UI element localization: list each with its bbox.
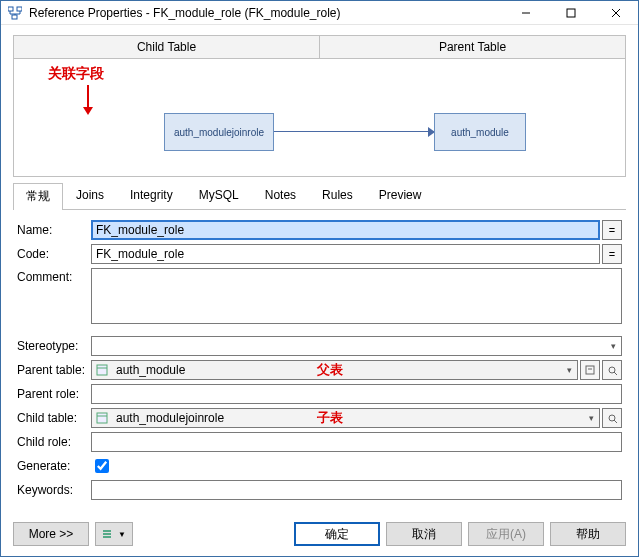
minimize-button[interactable] <box>503 1 548 24</box>
code-input[interactable] <box>91 244 600 264</box>
name-eq-button[interactable]: = <box>602 220 622 240</box>
tab-preview[interactable]: Preview <box>366 183 435 210</box>
ok-button[interactable]: 确定 <box>294 522 380 546</box>
table-split-header: Child Table Parent Table <box>13 35 626 59</box>
childrole-input[interactable] <box>91 432 622 452</box>
code-eq-button[interactable]: = <box>602 244 622 264</box>
tabs: 常规 Joins Integrity MySQL Notes Rules Pre… <box>13 183 626 210</box>
keywords-label: Keywords: <box>17 483 91 497</box>
tab-integrity[interactable]: Integrity <box>117 183 186 210</box>
svg-rect-19 <box>103 530 111 532</box>
stereotype-combo[interactable]: ▾ <box>91 336 622 356</box>
help-button[interactable]: 帮助 <box>550 522 626 546</box>
entity-child[interactable]: auth_modulejoinrole <box>164 113 274 151</box>
app-icon <box>7 5 23 21</box>
table-icon <box>92 409 112 427</box>
close-button[interactable] <box>593 1 638 24</box>
chevron-down-icon: ▾ <box>561 361 577 379</box>
svg-rect-1 <box>17 7 22 11</box>
parenttable-props-button[interactable] <box>602 360 622 380</box>
svg-rect-15 <box>97 413 107 423</box>
annotation-text: 关联字段 <box>48 65 104 83</box>
tab-rules[interactable]: Rules <box>309 183 366 210</box>
relation-line <box>274 131 434 132</box>
titlebar: Reference Properties - FK_module_role (F… <box>1 1 638 25</box>
keywords-input[interactable] <box>91 480 622 500</box>
svg-rect-4 <box>567 9 575 17</box>
entity-parent[interactable]: auth_module <box>434 113 526 151</box>
window-title: Reference Properties - FK_module_role (F… <box>29 6 503 20</box>
name-label: Name: <box>17 223 91 237</box>
parenttable-label: Parent table: <box>17 363 91 377</box>
svg-rect-11 <box>586 366 594 374</box>
childtable-props-button[interactable] <box>602 408 622 428</box>
tab-general[interactable]: 常规 <box>13 183 63 210</box>
parentrole-label: Parent role: <box>17 387 91 401</box>
name-input[interactable] <box>91 220 600 240</box>
annotation-arrow-icon <box>78 83 98 117</box>
footer: More >> ▼ 确定 取消 应用(A) 帮助 <box>1 514 638 556</box>
comment-label: Comment: <box>17 268 91 324</box>
child-table-button[interactable]: Child Table <box>14 36 320 58</box>
window: Reference Properties - FK_module_role (F… <box>0 0 639 557</box>
menu-icon <box>102 528 114 540</box>
svg-rect-20 <box>103 533 111 535</box>
tab-mysql[interactable]: MySQL <box>186 183 252 210</box>
stereotype-value <box>92 337 605 355</box>
chevron-down-icon: ▾ <box>605 337 621 355</box>
generate-checkbox[interactable] <box>95 459 109 473</box>
svg-line-14 <box>614 372 617 375</box>
svg-rect-0 <box>8 7 13 11</box>
childtable-value: auth_modulejoinrole <box>112 409 583 427</box>
svg-line-18 <box>614 420 617 423</box>
childtable-combo[interactable]: auth_modulejoinrole ▾ <box>91 408 600 428</box>
chevron-down-icon: ▾ <box>583 409 599 427</box>
parenttable-browse-button[interactable] <box>580 360 600 380</box>
childtable-label: Child table: <box>17 411 91 425</box>
parentrole-input[interactable] <box>91 384 622 404</box>
cancel-button[interactable]: 取消 <box>386 522 462 546</box>
chevron-down-icon: ▼ <box>118 530 126 539</box>
more-button[interactable]: More >> <box>13 522 89 546</box>
svg-marker-8 <box>83 107 93 115</box>
svg-rect-21 <box>103 536 111 538</box>
svg-rect-9 <box>97 365 107 375</box>
tab-joins[interactable]: Joins <box>63 183 117 210</box>
maximize-button[interactable] <box>548 1 593 24</box>
parent-hint: 父表 <box>317 361 343 379</box>
comment-input[interactable] <box>91 268 622 324</box>
generate-label: Generate: <box>17 459 91 473</box>
window-buttons <box>503 1 638 24</box>
diagram-area: 关联字段 auth_modulejoinrole auth_module <box>13 59 626 177</box>
apply-button[interactable]: 应用(A) <box>468 522 544 546</box>
stereotype-label: Stereotype: <box>17 339 91 353</box>
svg-rect-2 <box>12 15 17 19</box>
code-label: Code: <box>17 247 91 261</box>
client-area: Child Table Parent Table 关联字段 auth_modul… <box>1 25 638 514</box>
parent-table-button[interactable]: Parent Table <box>320 36 625 58</box>
menu-dropdown-button[interactable]: ▼ <box>95 522 133 546</box>
childrole-label: Child role: <box>17 435 91 449</box>
form-panel: Name: = Code: = Comment: Stereotype: <box>13 210 626 508</box>
child-hint: 子表 <box>317 409 343 427</box>
tab-notes[interactable]: Notes <box>252 183 309 210</box>
table-icon <box>92 361 112 379</box>
